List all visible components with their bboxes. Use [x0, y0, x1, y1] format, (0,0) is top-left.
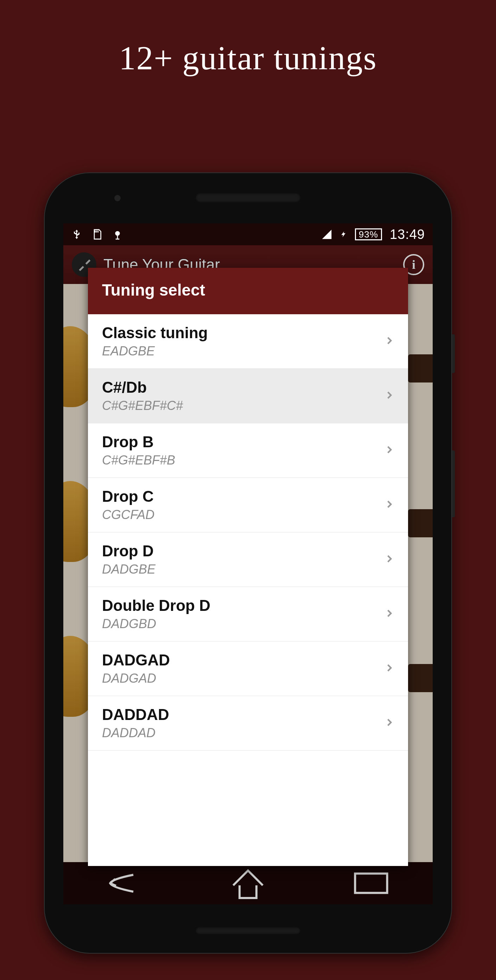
tuning-notes: DADGBE [102, 562, 156, 577]
phone-camera [114, 195, 121, 201]
tuning-row[interactable]: C#/DbC#G#EBF#C# [88, 369, 408, 423]
tuning-notes: EADGBE [102, 344, 208, 359]
phone-speaker-bottom [195, 927, 301, 935]
tuning-notes: CGCFAD [102, 508, 154, 522]
chevron-right-icon [385, 336, 394, 347]
status-time: 13:49 [390, 227, 425, 242]
chevron-right-icon [385, 663, 394, 674]
bottom-nav [63, 862, 433, 904]
tuning-row[interactable]: DADGADDADGAD [88, 641, 408, 696]
promo-title: 12+ guitar tunings [0, 0, 496, 77]
chevron-right-icon [385, 445, 394, 456]
nav-home-icon[interactable] [227, 869, 269, 897]
tuning-name: Drop C [102, 488, 154, 505]
status-bar: 93% 13:49 [63, 223, 433, 245]
usb-icon [71, 229, 82, 240]
tuning-row[interactable]: DADDADDADDAD [88, 696, 408, 751]
chevron-right-icon [385, 500, 394, 510]
phone-side-button-2 [452, 450, 455, 517]
phone-screen: 93% 13:49 Tune Your Guitar i [63, 223, 433, 904]
battery-percent: 93% [355, 228, 382, 240]
signal-icon [321, 229, 332, 240]
tuning-name: Drop D [102, 542, 156, 560]
tuning-name: Classic tuning [102, 324, 208, 342]
phone-speaker-top [195, 193, 301, 203]
nav-back-icon[interactable] [104, 869, 146, 897]
android-debug-icon [112, 229, 123, 240]
tuning-name: DADGAD [102, 651, 170, 669]
chevron-right-icon [385, 554, 394, 565]
chevron-right-icon [385, 718, 394, 729]
tuning-name: DADDAD [102, 706, 169, 724]
tuning-select-dialog: Tuning select Classic tuningEADGBEC#/DbC… [88, 268, 408, 866]
chevron-right-icon [385, 609, 394, 619]
tuning-row[interactable]: Drop BC#G#EBF#B [88, 423, 408, 478]
chevron-right-icon [385, 391, 394, 401]
nav-recent-icon[interactable] [350, 869, 392, 897]
tuning-row[interactable]: Drop DDADGBE [88, 532, 408, 587]
tuning-name: C#/Db [102, 379, 183, 396]
dialog-title: Tuning select [88, 268, 408, 314]
sd-card-icon [91, 229, 103, 240]
tuning-notes: DADGBD [102, 617, 210, 631]
phone-frame: 93% 13:49 Tune Your Guitar i [44, 172, 452, 954]
tuning-list[interactable]: Classic tuningEADGBEC#/DbC#G#EBF#C#Drop … [88, 314, 408, 866]
tuning-row[interactable]: Drop CCGCFAD [88, 478, 408, 532]
tuning-name: Drop B [102, 433, 175, 451]
phone-side-button-1 [452, 334, 455, 373]
charging-icon [340, 229, 347, 240]
tuning-notes: DADDAD [102, 725, 169, 740]
tuning-notes: C#G#EBF#B [102, 453, 175, 468]
svg-point-0 [115, 231, 119, 236]
tuning-row[interactable]: Classic tuningEADGBE [88, 314, 408, 369]
tuning-name: Double Drop D [102, 597, 210, 614]
tuning-notes: C#G#EBF#C# [102, 398, 183, 413]
tuning-row[interactable]: Double Drop DDADGBD [88, 587, 408, 641]
tuning-notes: DADGAD [102, 671, 170, 686]
